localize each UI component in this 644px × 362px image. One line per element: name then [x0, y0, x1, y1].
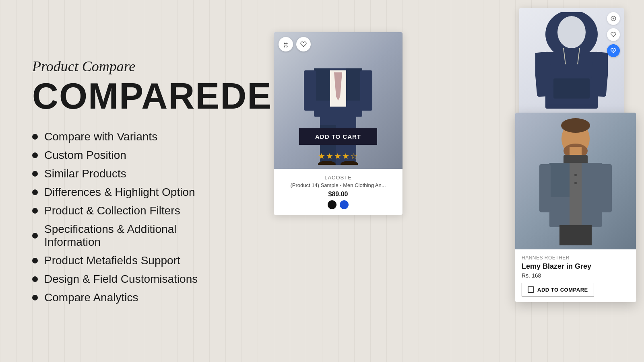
svg-rect-36 [559, 225, 592, 245]
blazer-illustration [535, 117, 616, 245]
feature-label: Differences & Highlight Option [44, 186, 195, 199]
svg-marker-5 [346, 68, 362, 101]
bullet-icon [32, 258, 38, 263]
svg-rect-8 [304, 70, 316, 111]
right-panel: ADD TO CART ★★★★☆ LACOSTE (Product 14) S… [262, 0, 644, 362]
svg-marker-30 [580, 163, 602, 197]
blazer-card-body: Hannes Roether Lemy Blazer in Grey Rs. 1… [515, 249, 636, 302]
svg-rect-9 [360, 70, 372, 111]
suit-card-body: LACOSTE (Product 14) Sample - Men Clothi… [274, 169, 402, 215]
compare-icon[interactable] [279, 37, 293, 51]
feature-label: Specifications & Additional Information [44, 223, 229, 249]
wishlist-icon[interactable] [296, 37, 311, 51]
svg-rect-32 [539, 164, 551, 212]
svg-marker-4 [314, 68, 330, 101]
add-to-compare-button[interactable]: ADD TO COMPARE [522, 283, 594, 296]
app-subtitle: Product Compare [32, 58, 229, 75]
feature-item: Product & Collection Filters [32, 204, 229, 217]
suit-brand: LACOSTE [280, 175, 396, 181]
add-to-compare-label: ADD TO COMPARE [537, 287, 588, 293]
bullet-icon [32, 276, 38, 282]
app-title: COMPAREDER [32, 78, 229, 114]
rating-stars: ★★★★☆ [318, 151, 358, 161]
feature-label: Product Metafields Support [44, 254, 180, 267]
features-list: Compare with Variants Custom Position Si… [32, 130, 229, 304]
add-to-cart-button[interactable]: ADD TO CART [299, 128, 377, 145]
suit-illustration [298, 36, 378, 165]
hoodie-product-image [519, 8, 624, 113]
feature-label: Compare with Variants [44, 130, 157, 143]
svg-point-13 [557, 16, 586, 48]
feature-label: Similar Products [44, 167, 126, 180]
feature-label: Product & Collection Filters [44, 204, 180, 217]
feature-item: Product Metafields Support [32, 254, 229, 267]
swatch-black[interactable] [328, 200, 336, 209]
svg-point-34 [574, 174, 577, 176]
feature-item: Compare with Variants [32, 130, 229, 143]
suit-product-name: (Product 14) Sample - Men Clothing An... [280, 182, 396, 188]
svg-rect-33 [601, 164, 612, 212]
bullet-icon [32, 152, 38, 158]
blazer-brand: Hannes Roether [522, 255, 630, 261]
svg-rect-19 [553, 78, 590, 99]
hoodie-illustration [535, 12, 608, 109]
feature-item: Specifications & Additional Information [32, 223, 229, 249]
hoodie-card-icons [607, 12, 620, 57]
svg-marker-29 [549, 163, 572, 197]
svg-point-35 [574, 182, 577, 184]
left-panel: Product Compare COMPAREDER Compare with … [0, 34, 262, 328]
feature-label: Design & Field Customisations [44, 273, 198, 286]
svg-rect-31 [570, 163, 582, 227]
feature-item: Custom Position [32, 149, 229, 162]
feature-item: Compare Analytics [32, 291, 229, 304]
bullet-icon [32, 208, 38, 214]
feature-label: Compare Analytics [44, 291, 138, 304]
feature-item: Similar Products [32, 167, 229, 180]
feature-item: Differences & Highlight Option [32, 186, 229, 199]
suit-product-card: ADD TO CART ★★★★☆ LACOSTE (Product 14) S… [274, 32, 402, 215]
blazer-product-image [515, 113, 636, 249]
swatch-blue[interactable] [340, 200, 349, 209]
suit-price: $89.00 [280, 191, 396, 198]
blazer-product-card: Hannes Roether Lemy Blazer in Grey Rs. 1… [515, 113, 636, 302]
feature-label: Custom Position [44, 149, 126, 162]
hoodie-wishlist-icon[interactable] [607, 28, 620, 41]
blazer-product-name: Lemy Blazer in Grey [522, 262, 630, 271]
feature-item: Design & Field Customisations [32, 273, 229, 286]
svg-point-24 [561, 118, 590, 133]
hoodie-compare-icon[interactable] [607, 12, 620, 25]
bullet-icon [32, 233, 38, 239]
hoodie-compare-active-icon[interactable] [607, 44, 620, 57]
bullet-icon [32, 295, 38, 300]
suit-product-image: ADD TO CART ★★★★☆ [274, 32, 402, 169]
bullet-icon [32, 189, 38, 195]
color-swatches [280, 200, 396, 209]
bullet-icon [32, 171, 38, 177]
blazer-price: Rs. 168 [522, 272, 630, 279]
compare-checkbox[interactable] [528, 286, 534, 293]
bullet-icon [32, 134, 38, 140]
